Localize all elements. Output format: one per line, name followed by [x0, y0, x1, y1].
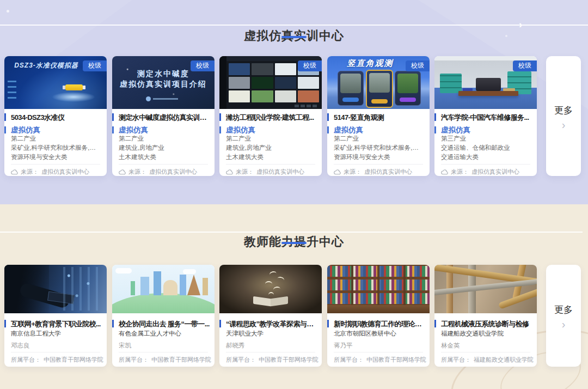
card-divider	[226, 352, 315, 352]
card-category: 资源环境与安全大类	[327, 153, 430, 161]
source-value: 虚拟仿真实训中心	[149, 168, 197, 176]
chevron-right-icon[interactable]: ›	[519, 18, 522, 31]
card-organization: 天津职业大学	[219, 330, 322, 338]
card-category: 资源环境与安全大类	[4, 153, 107, 161]
landmark-graphic	[187, 275, 200, 295]
card-source: 来源：虚拟仿真实训中心	[219, 168, 322, 176]
workshop-cart-graphic	[440, 74, 462, 93]
thumbnail-caption: 虚拟仿真实训项目介绍	[112, 80, 215, 89]
card-title: 互联网+教育背景下职业院校...	[4, 319, 107, 329]
more-button[interactable]: 更多 ›	[546, 265, 581, 367]
source-value: 虚拟仿真实训中心	[471, 168, 519, 176]
card-divider	[334, 352, 423, 352]
header-divider-line	[0, 232, 583, 233]
card-divider	[11, 164, 100, 165]
bird-graphic	[277, 276, 285, 283]
card-organization: 南京信息工程大学	[4, 330, 107, 338]
scene-image	[340, 74, 361, 93]
card-industry-detail: 建筑业,房地产业	[112, 144, 215, 152]
thumbnail-cell	[229, 90, 250, 102]
decor-reflection	[327, 305, 430, 313]
card-tag: 虚拟仿真	[112, 125, 155, 135]
card-divider	[119, 352, 208, 352]
thumbnail-cell	[298, 90, 319, 102]
card-thumbnail: DSZ3-水准仪模拟器 校级	[4, 56, 107, 109]
card-instructor: 邓志良	[4, 342, 36, 350]
school-logo-graphic	[146, 96, 151, 101]
scene-label	[371, 99, 388, 104]
card-source: 来源：虚拟仿真实训中心	[327, 168, 430, 176]
decor-hud	[8, 77, 16, 99]
decor-sidebar	[219, 56, 226, 109]
decor-sparkle	[505, 35, 507, 37]
course-card[interactable]: 校企协同走出去 服务“一带一... 有色金属工业人才中心 宋凯 所属平台：中国教…	[112, 265, 215, 367]
level-badge: 校级	[191, 60, 215, 71]
landmark-graphic	[180, 275, 186, 295]
platform-value: 中国教育干部网络学院	[44, 356, 103, 364]
card-instructor: 郝晓秀	[219, 342, 252, 350]
scene-label	[342, 98, 359, 102]
thumbnail-cell	[252, 63, 273, 75]
card-industry: 第二产业	[327, 135, 430, 143]
card-industry-detail: 采矿业,科学研究和技术服务,水利、环境...	[327, 144, 430, 152]
workshop-part-graphic	[463, 88, 473, 91]
course-card[interactable]: “课程思政”教学改革探索与实践 天津职业大学 郝晓秀 所属平台：中国教育干部网络…	[219, 265, 322, 367]
decor-platform-glow	[52, 92, 95, 102]
landmark-graphic	[140, 277, 149, 295]
engine-block-graphic	[476, 78, 501, 91]
card-tag: 虚拟仿真	[327, 125, 370, 135]
thumbnail-cell	[298, 77, 319, 89]
card-platform: 所属平台：福建船政交通职业学院	[434, 356, 537, 364]
decor-data-lights	[63, 267, 103, 311]
cloud-icon	[441, 169, 448, 175]
card-title: 汽车学院-中国汽车维修服务...	[434, 113, 537, 123]
course-card[interactable]: DSZ3-水准仪模拟器 校级 5034-DSZ3水准仪 虚拟仿真 第二产业 采矿…	[4, 56, 107, 176]
scene-image	[397, 74, 418, 93]
card-divider	[441, 164, 530, 165]
level-badge: 校级	[298, 60, 322, 71]
thumbnail-cell	[275, 63, 296, 75]
course-card[interactable]: 校级 汽车学院-中国汽车维修服务... 虚拟仿真 第三产业 交通运输、仓储和邮政…	[434, 56, 537, 176]
card-title: 5147-竖直角观测	[327, 113, 430, 123]
more-button[interactable]: 更多 ›	[546, 56, 581, 176]
card-organization: 北京市朝阳区教研中心	[327, 330, 430, 338]
card-instructor: 蒋乃平	[327, 342, 359, 350]
card-organization: 福建船政交通职业学院	[434, 330, 537, 338]
open-book-graphic	[253, 296, 271, 306]
landmark-graphic	[163, 280, 177, 295]
platform-label: 所属平台：	[226, 356, 256, 364]
bookshelf-columns-graphic	[327, 265, 430, 305]
landmark-graphic	[203, 278, 208, 295]
cloud-icon	[119, 169, 126, 175]
platform-value: 中国教育干部网络学院	[259, 356, 318, 364]
thumbnail-cell	[252, 90, 273, 102]
scene-card-graphic	[366, 70, 393, 108]
card-category: 土木建筑大类	[112, 153, 215, 161]
card-thumbnail: 校级	[434, 56, 537, 109]
card-title: 测定水中碱度虚拟仿真实训项目	[112, 113, 215, 123]
platform-label: 所属平台：	[334, 356, 364, 364]
more-label: 更多	[554, 303, 573, 316]
course-card[interactable]: 新时期职教德育工作的理论与... 北京市朝阳区教研中心 蒋乃平 所属平台：中国教…	[327, 265, 430, 367]
title-underline	[281, 36, 307, 38]
course-card[interactable]: 测定水中碱度 虚拟仿真实训项目介绍 校级 测定水中碱度虚拟仿真实训项目 虚拟仿真…	[112, 56, 215, 176]
bird-graphic	[268, 292, 274, 297]
course-card[interactable]: 工程机械液压系统诊断与检修 福建船政交通职业学院 林金英 所属平台：福建船政交通…	[434, 265, 537, 367]
level-badge: 校级	[406, 60, 430, 71]
card-thumbnail	[112, 265, 215, 313]
card-instructor: 宋凯	[112, 342, 138, 350]
card-industry-detail: 交通运输、仓储和邮政业	[434, 144, 537, 152]
source-value: 虚拟仿真实训中心	[256, 168, 304, 176]
thumbnail-cell	[229, 63, 250, 75]
card-platform: 所属平台：中国教育干部网络学院	[112, 356, 215, 364]
level-badge: 校级	[513, 60, 537, 71]
course-card[interactable]: 互联网+教育背景下职业院校... 南京信息工程大学 邓志良 所属平台：中国教育干…	[4, 265, 107, 367]
cloud-icon	[11, 169, 18, 175]
course-card[interactable]: 竖直角观测 校级 5147-竖直角观测 虚拟仿真 第二产业 采矿业,科学研究和技…	[327, 56, 430, 176]
source-label: 来源：	[451, 168, 469, 176]
course-card[interactable]: 校级 潍坊工程职业学院-建筑工程... 虚拟仿真 第二产业 建筑业,房地产业 土…	[219, 56, 322, 176]
source-label: 来源：	[344, 168, 362, 176]
thumbnail-cell	[275, 77, 296, 89]
bird-graphic	[273, 286, 280, 293]
platform-label: 所属平台：	[119, 356, 149, 364]
